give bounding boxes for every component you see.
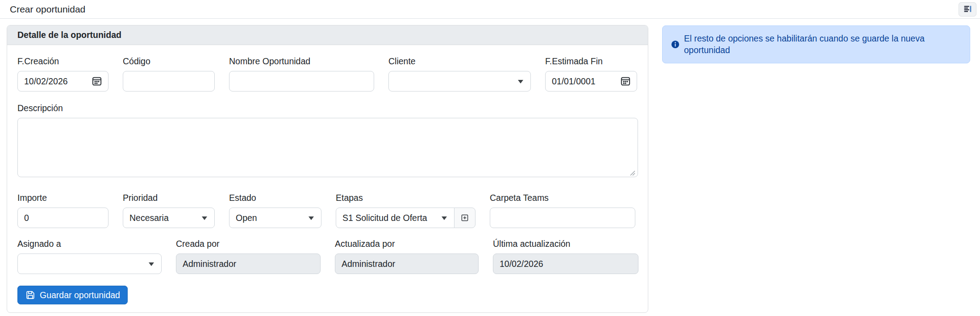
- creada-por-label: Creada por: [176, 239, 321, 249]
- opportunity-detail-card: Detalle de la oportunidad F.Creación: [7, 25, 648, 313]
- topbar: Crear oportunidad: [0, 0, 980, 19]
- creada-por-input: [176, 254, 320, 274]
- f-creacion-label: F.Creación: [17, 56, 108, 67]
- prioridad-label: Prioridad: [123, 193, 215, 203]
- descripcion-label: Descripción: [17, 103, 637, 113]
- importe-label: Importe: [17, 193, 108, 203]
- calendar-icon[interactable]: [620, 75, 631, 87]
- main-content: Detalle de la oportunidad F.Creación: [0, 19, 980, 313]
- form-row-3: Asignado a Creada por Actualizada por: [17, 239, 637, 274]
- plus-square-icon: [460, 213, 470, 223]
- field-codigo: Código: [123, 56, 215, 91]
- etapas-select-value: S1 Solicitud de Oferta: [342, 213, 427, 223]
- floppy-disk-icon: [25, 290, 36, 300]
- carpeta-teams-label: Carpeta Teams: [490, 193, 635, 203]
- caret-down-icon: [149, 262, 154, 266]
- field-prioridad: Prioridad Necesaria: [123, 193, 215, 228]
- estado-label: Estado: [229, 193, 321, 203]
- field-cliente: Cliente: [388, 56, 531, 91]
- caret-down-icon: [518, 80, 523, 83]
- etapas-label: Etapas: [336, 193, 475, 203]
- caret-down-icon: [202, 216, 207, 220]
- estado-select[interactable]: Open: [229, 208, 321, 228]
- field-actualizada-por: Actualizada por: [335, 239, 479, 274]
- card-header-title: Detalle de la oportunidad: [7, 25, 648, 45]
- save-button-label: Guardar oportunidad: [40, 290, 120, 300]
- list-panel-icon: [963, 4, 972, 14]
- calendar-icon[interactable]: [91, 75, 103, 87]
- info-circle-icon: [671, 40, 680, 49]
- info-alert-text: El resto de opciones se habilitarán cuan…: [684, 33, 962, 56]
- codigo-input[interactable]: [123, 71, 214, 91]
- cliente-label: Cliente: [388, 56, 531, 67]
- caret-down-icon: [309, 216, 314, 220]
- form-row-2: Importe Prioridad Necesaria Estado Op: [17, 193, 637, 228]
- form-row-1: F.Creación: [17, 56, 637, 91]
- field-f-estimada-fin: F.Estimada Fin: [545, 56, 637, 91]
- field-etapas: Etapas S1 Solicitud de Oferta: [336, 193, 475, 228]
- prioridad-select-value: Necesaria: [129, 213, 169, 223]
- actualizada-por-input: [335, 254, 478, 274]
- actualizada-por-label: Actualizada por: [335, 239, 479, 249]
- field-f-creacion: F.Creación: [17, 56, 108, 91]
- field-estado: Estado Open: [229, 193, 321, 228]
- ultima-actualizacion-input: [493, 254, 638, 274]
- caret-down-icon: [442, 216, 447, 220]
- asignado-a-label: Asignado a: [17, 239, 162, 249]
- etapas-add-button[interactable]: [454, 208, 475, 228]
- page-title: Crear oportunidad: [10, 4, 85, 15]
- field-nombre-oportunidad: Nombre Oportunidad: [229, 56, 374, 91]
- nombre-oportunidad-input[interactable]: [229, 71, 374, 91]
- ultima-actualizacion-label: Última actualización: [493, 239, 638, 249]
- codigo-label: Código: [123, 56, 215, 67]
- field-ultima-actualizacion: Última actualización: [493, 239, 638, 274]
- carpeta-teams-input[interactable]: [490, 208, 635, 228]
- cliente-select[interactable]: [388, 71, 531, 91]
- nombre-oportunidad-label: Nombre Oportunidad: [229, 56, 374, 67]
- toggle-panel-button[interactable]: [959, 2, 976, 17]
- field-asignado-a: Asignado a: [17, 239, 162, 274]
- prioridad-select[interactable]: Necesaria: [123, 208, 215, 228]
- descripcion-textarea[interactable]: [17, 118, 638, 177]
- importe-input[interactable]: [18, 208, 108, 228]
- field-importe: Importe: [17, 193, 108, 228]
- f-estimada-fin-label: F.Estimada Fin: [545, 56, 637, 67]
- field-descripcion: Descripción: [17, 103, 637, 179]
- info-alert: El resto de opciones se habilitarán cuan…: [662, 25, 970, 63]
- field-creada-por: Creada por: [176, 239, 321, 274]
- save-button[interactable]: Guardar oportunidad: [17, 286, 128, 304]
- etapas-select[interactable]: S1 Solicitud de Oferta: [336, 208, 455, 228]
- card-body: F.Creación: [7, 45, 648, 312]
- field-carpeta-teams: Carpeta Teams: [490, 193, 635, 228]
- asignado-a-select[interactable]: [17, 254, 162, 274]
- estado-select-value: Open: [236, 213, 257, 223]
